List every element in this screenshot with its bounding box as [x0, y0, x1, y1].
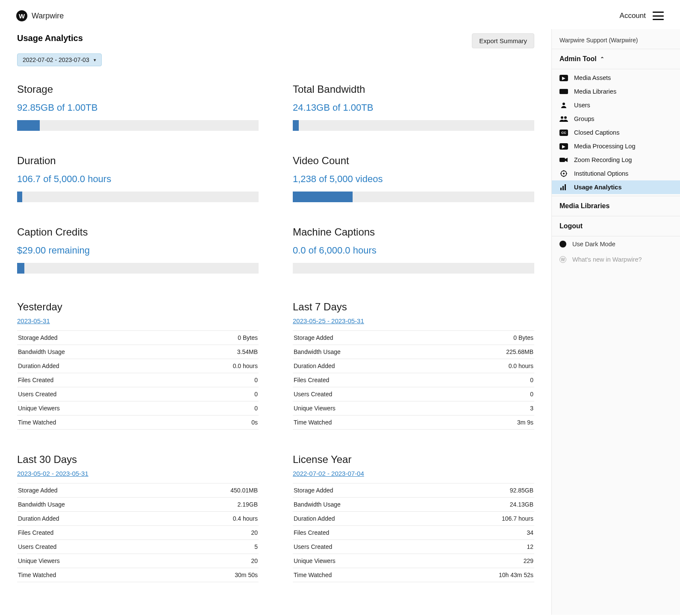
main-content: Usage Analytics Export Summary 2022-07-0… [0, 29, 551, 615]
sidebar-item-label: Groups [574, 115, 595, 122]
chevron-up-icon: ⌃ [600, 56, 604, 62]
stat-value: 106.7 hours [431, 512, 534, 526]
sidebar-whats-new[interactable]: W What's new in Warpwire? [552, 252, 680, 267]
topbar: W Warpwire Account [0, 0, 680, 29]
sidebar-admin-tool-header[interactable]: Admin Tool ⌃ [552, 49, 680, 69]
metric-caption_credits: Caption Credits$29.00 remaining [17, 226, 259, 274]
metric-duration: Duration106.7 of 5,000.0 hours [17, 155, 259, 202]
hamburger-menu-icon[interactable] [653, 12, 664, 20]
sidebar-item-usage-analytics[interactable]: Usage Analytics [552, 180, 680, 194]
stat-row: Bandwidth Usage225.68MB [293, 345, 534, 359]
period-license: License Year2022-07-02 - 2023-07-04Stora… [293, 454, 534, 582]
sidebar-item-media-libraries[interactable]: Media Libraries [552, 85, 680, 98]
export-summary-button[interactable]: Export Summary [472, 33, 534, 48]
stat-value: 450.01MB [168, 483, 259, 498]
stat-row: Users Created0 [17, 387, 259, 401]
stat-label: Time Watched [293, 416, 444, 430]
stat-value: 0 [173, 373, 259, 387]
metric-title: Storage [17, 83, 259, 95]
period-range-link[interactable]: 2022-07-02 - 2023-07-04 [293, 470, 364, 477]
stat-row: Files Created0 [17, 373, 259, 387]
period-title: License Year [293, 454, 534, 466]
stat-table: Storage Added92.85GBBandwidth Usage24.13… [293, 483, 534, 582]
metric-value: $29.00 remaining [17, 245, 259, 256]
stat-label: Duration Added [17, 359, 173, 373]
sidebar-item-label: Media Processing Log [574, 143, 635, 150]
sidebar-item-users[interactable]: Users [552, 98, 680, 112]
sidebar-dark-mode[interactable]: Use Dark Mode [552, 236, 680, 252]
stat-row: Unique Viewers0 [17, 401, 259, 416]
stat-label: Files Created [17, 373, 173, 387]
stat-label: Unique Viewers [17, 401, 173, 416]
stat-row: Files Created0 [293, 373, 534, 387]
period-range-link[interactable]: 2023-05-31 [17, 317, 50, 324]
stat-table: Storage Added450.01MBBandwidth Usage2.19… [17, 483, 259, 582]
stat-label: Storage Added [17, 331, 173, 345]
stat-row: Storage Added0 Bytes [17, 331, 259, 345]
sidebar-item-institutional-options[interactable]: Institutional Options [552, 167, 680, 180]
stat-row: Time Watched30m 50s [17, 568, 259, 582]
sidebar-item-media-processing-log[interactable]: ▶Media Processing Log [552, 139, 680, 153]
sidebar-item-groups[interactable]: Groups [552, 112, 680, 126]
metric-video_count: Video Count1,238 of 5,000 videos [293, 155, 534, 202]
stat-value: 92.85GB [431, 483, 534, 498]
metric-machine_captions: Machine Captions0.0 of 6,000.0 hours [293, 226, 534, 274]
stat-value: 0.0 hours [173, 359, 259, 373]
sidebar-media-libraries-header[interactable]: Media Libraries [552, 196, 680, 216]
period-range-link[interactable]: 2023-05-02 - 2023-05-31 [17, 470, 88, 477]
sidebar-item-zoom-recording-log[interactable]: Zoom Recording Log [552, 153, 680, 167]
stat-row: Time Watched0s [17, 416, 259, 430]
stat-value: 5 [168, 540, 259, 554]
sidebar-item-label: Closed Captions [574, 129, 619, 136]
stat-row: Time Watched3m 9s [293, 416, 534, 430]
stat-row: Bandwidth Usage2.19GB [17, 498, 259, 512]
stat-row: Duration Added0.0 hours [293, 359, 534, 373]
stat-label: Time Watched [17, 416, 173, 430]
metric-value: 92.85GB of 1.00TB [17, 102, 259, 113]
stat-label: Duration Added [293, 359, 444, 373]
stat-value: 20 [168, 526, 259, 540]
svg-rect-10 [560, 188, 562, 190]
metric-title: Total Bandwidth [293, 83, 534, 95]
period-yesterday: Yesterday2023-05-31Storage Added0 BytesB… [17, 301, 259, 430]
stat-label: Users Created [17, 387, 173, 401]
camera-icon [559, 156, 568, 163]
stat-value: 229 [431, 554, 534, 568]
bars-icon [559, 184, 568, 191]
stat-value: 0 [444, 373, 534, 387]
progress-bar [293, 120, 534, 131]
stat-value: 3 [444, 401, 534, 416]
play-icon: ▶ [559, 143, 568, 150]
stat-row: Unique Viewers3 [293, 401, 534, 416]
sidebar-logout-header[interactable]: Logout [552, 216, 680, 236]
metric-value: 1,238 of 5,000 videos [293, 174, 534, 185]
sidebar-logout-label: Logout [559, 222, 583, 230]
metric-title: Duration [17, 155, 259, 167]
sidebar-support-label[interactable]: Warpwire Support (Warpwire) [552, 29, 680, 49]
brand[interactable]: W Warpwire [16, 10, 64, 21]
stat-row: Duration Added0.4 hours [17, 512, 259, 526]
date-range-picker[interactable]: 2022-07-02 - 2023-07-03 ▾ [17, 53, 102, 66]
stat-row: Time Watched10h 43m 52s [293, 568, 534, 582]
stat-row: Duration Added106.7 hours [293, 512, 534, 526]
stat-value: 2.19GB [168, 498, 259, 512]
progress-fill [17, 192, 22, 202]
account-link[interactable]: Account [620, 12, 646, 20]
sidebar-item-closed-captions[interactable]: CCClosed Captions [552, 126, 680, 139]
sidebar-item-media-assets[interactable]: ▶Media Assets [552, 71, 680, 85]
sidebar-item-label: Zoom Recording Log [574, 156, 632, 163]
progress-fill [293, 120, 299, 131]
period-range-link[interactable]: 2023-05-25 - 2023-05-31 [293, 317, 364, 324]
group-icon [559, 115, 568, 122]
stat-label: Bandwidth Usage [293, 498, 431, 512]
stat-row: Unique Viewers229 [293, 554, 534, 568]
progress-fill [17, 120, 40, 131]
stat-row: Bandwidth Usage3.54MB [17, 345, 259, 359]
progress-bar [293, 263, 534, 274]
stat-label: Storage Added [17, 483, 168, 498]
stat-label: Unique Viewers [17, 554, 168, 568]
stat-table: Storage Added0 BytesBandwidth Usage225.6… [293, 330, 534, 430]
stat-label: Storage Added [293, 483, 431, 498]
svg-rect-3 [559, 158, 565, 162]
stat-row: Duration Added0.0 hours [17, 359, 259, 373]
